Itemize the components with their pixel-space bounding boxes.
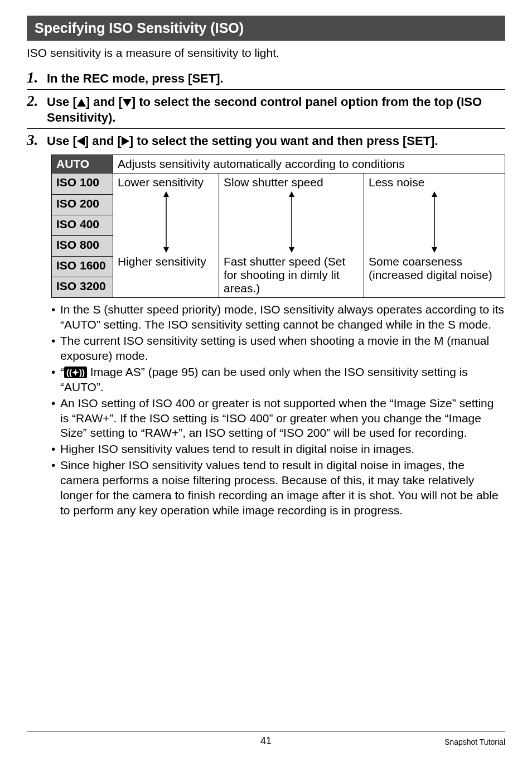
text-fragment: ] to select the setting you want and the… (129, 134, 438, 148)
text-less-noise: Less noise (369, 176, 424, 189)
text-some-coarseness: Some coarseness (increased digital noise… (369, 255, 492, 281)
note-item: In the S (shutter speed priority) mode, … (51, 302, 505, 332)
text-lower-sensitivity: Lower sensitivity (118, 176, 204, 189)
text-fast-shutter: Fast shutter speed (Set for shooting in … (224, 255, 345, 295)
page-number: 41 (27, 734, 505, 747)
intro-text: ISO sensitivity is a measure of sensitiv… (27, 46, 505, 60)
svg-marker-1 (163, 191, 169, 197)
iso-table: AUTO Adjusts sensitivity automatically a… (51, 155, 505, 298)
triangle-up-icon (77, 99, 86, 107)
cell-auto-label: AUTO (52, 155, 113, 173)
cell-iso3200: ISO 3200 (52, 277, 113, 298)
step-text: Use [] and [] to select the setting you … (47, 132, 438, 150)
svg-marker-2 (163, 247, 169, 253)
cell-sensitivity-range: Lower sensitivity Higher sensitivity (113, 173, 219, 298)
step-3: 3. Use [] and [] to select the setting y… (27, 128, 505, 150)
step-number: 2. (27, 93, 47, 110)
triangle-down-icon (123, 99, 132, 107)
svg-marker-4 (289, 191, 294, 197)
note-item: “((✦)) Image AS” (page 95) can be used o… (51, 365, 505, 395)
anti-shake-icon: ((✦)) (64, 367, 87, 378)
text-slow-shutter: Slow shutter speed (224, 176, 323, 189)
text-fragment: “ (60, 365, 64, 378)
step-1: 1. In the REC mode, press [SET]. (27, 70, 505, 87)
page-footer: 41 Snapshot Tutorial (27, 731, 505, 747)
step-number: 3. (27, 132, 47, 149)
text-fragment: Use [ (47, 95, 77, 109)
step-text: In the REC mode, press [SET]. (47, 70, 224, 87)
note-item: The current ISO sensitivity setting is u… (51, 334, 505, 364)
step-number: 1. (27, 70, 47, 86)
text-fragment: ] and [ (85, 134, 122, 148)
cell-iso1600: ISO 1600 (52, 257, 113, 277)
cell-iso200: ISO 200 (52, 194, 113, 215)
text-fragment: Use [ (47, 134, 77, 148)
triangle-right-icon (122, 137, 129, 146)
note-item: Higher ISO sensitivity values tend to re… (51, 442, 505, 457)
svg-marker-7 (432, 191, 437, 197)
svg-marker-5 (289, 247, 294, 253)
notes-list: In the S (shutter speed priority) mode, … (51, 302, 505, 518)
note-item: An ISO setting of ISO 400 or greater is … (51, 396, 505, 441)
cell-shutter-range: Slow shutter speed Fast shutter speed (S… (219, 173, 364, 298)
cell-iso400: ISO 400 (52, 215, 113, 235)
vertical-arrow-icon (161, 191, 172, 253)
text-fragment: Image AS” (page 95) can be used only whe… (60, 365, 468, 393)
step-2: 2. Use [] and [] to select the second co… (27, 89, 505, 126)
cell-iso800: ISO 800 (52, 235, 113, 256)
svg-marker-8 (432, 247, 437, 253)
section-header: Specifying ISO Sensitivity (ISO) (27, 16, 505, 41)
note-item: Since higher ISO sensitivity values tend… (51, 458, 505, 518)
text-higher-sensitivity: Higher sensitivity (118, 255, 206, 268)
triangle-left-icon (77, 137, 85, 146)
cell-noise-range: Less noise Some coarseness (increased di… (364, 173, 505, 298)
step-text: Use [] and [] to select the second contr… (47, 93, 505, 126)
text-fragment: ] and [ (86, 95, 123, 109)
cell-auto-desc: Adjusts sensitivity automatically accord… (113, 155, 505, 173)
cell-iso100: ISO 100 (52, 173, 113, 194)
footer-section-label: Snapshot Tutorial (444, 737, 505, 746)
vertical-arrow-icon (429, 191, 440, 253)
vertical-arrow-icon (286, 191, 297, 253)
